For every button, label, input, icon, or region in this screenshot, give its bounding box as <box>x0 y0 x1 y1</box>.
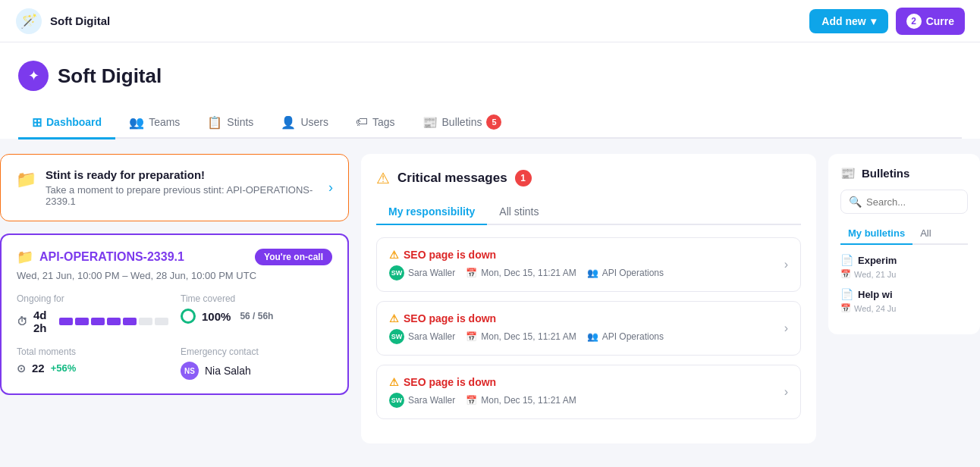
current-label: Curre <box>926 15 954 27</box>
meta-author-3: SW Sara Waller <box>389 393 455 408</box>
tab-stints[interactable]: 📋 Stints <box>193 107 267 139</box>
tab-dashboard[interactable]: ⊞ Dashboard <box>18 107 115 139</box>
left-column: 📁 Stint is ready for preparation! Take a… <box>0 154 349 443</box>
critical-messages-card: ⚠ Critical messages 1 My responsibility … <box>361 154 816 443</box>
progress-seg-7 <box>155 318 168 325</box>
sub-tab-all-stints[interactable]: All stints <box>487 199 551 225</box>
circle-progress-icon <box>181 309 196 324</box>
message-item-2[interactable]: ⚠ SEO page is down SW Sara Waller 📅 Mo <box>376 301 801 356</box>
nav-tabs: ⊞ Dashboard 👥 Teams 📋 Stints 👤 Users 🏷 T… <box>18 106 962 139</box>
all-bulletins-label: All <box>920 227 931 239</box>
search-input[interactable] <box>866 196 960 208</box>
ongoing-value: ⏱ 4d 2h <box>17 309 168 334</box>
center-column: ⚠ Critical messages 1 My responsibility … <box>361 154 816 443</box>
author-name-3: Sara Waller <box>408 395 455 406</box>
message-meta-2: SW Sara Waller 📅 Mon, Dec 15, 11:21 AM 👥… <box>389 329 664 344</box>
tab-teams[interactable]: 👥 Teams <box>115 107 193 139</box>
total-moments-stat: Total moments ⊙ 22 +56% <box>17 346 168 380</box>
team-icon-1: 👥 <box>587 268 598 278</box>
bulletins-tab-my[interactable]: My bulletins <box>840 223 912 245</box>
bulletins-icon: 📰 <box>840 166 856 180</box>
progress-seg-6 <box>139 318 152 325</box>
stint-stats: Ongoing for ⏱ 4d 2h <box>17 293 332 380</box>
emergency-label: Emergency contact <box>181 346 332 357</box>
ongoing-stat: Ongoing for ⏱ 4d 2h <box>17 293 168 334</box>
bulletin-item-2[interactable]: 📄 Help wi 📅 Wed, 24 Ju <box>840 288 968 313</box>
bulletins-badge: 5 <box>486 114 501 130</box>
contact-avatar: NS <box>181 362 199 380</box>
msg-warn-icon-3: ⚠ <box>389 376 399 388</box>
message-left-2: ⚠ SEO page is down SW Sara Waller 📅 Mo <box>389 312 664 344</box>
bulletins-search-box[interactable]: 🔍 <box>840 190 968 214</box>
tab-tags[interactable]: 🏷 Tags <box>342 107 409 139</box>
message-item-3[interactable]: ⚠ SEO page is down SW Sara Waller 📅 Mo <box>376 365 801 419</box>
time-covered-label: Time covered <box>181 293 332 304</box>
message-left-3: ⚠ SEO page is down SW Sara Waller 📅 Mo <box>389 376 576 408</box>
my-responsibility-label: My responsibility <box>388 205 475 218</box>
message-arrow-3: › <box>784 385 788 399</box>
meta-date-3: 📅 Mon, Dec 15, 11:21 AM <box>466 395 576 406</box>
page-icon: ✦ <box>18 61 49 91</box>
tab-stints-label: Stints <box>227 116 253 128</box>
clock-icon: ⏱ <box>17 315 27 328</box>
progress-bar <box>59 318 168 325</box>
stint-card: 📁 API-OPERATIONS-2339.1 You're on-call W… <box>0 234 349 395</box>
current-button[interactable]: 2 Curre <box>896 8 965 35</box>
bulletins-title: Bulletins <box>862 167 909 180</box>
tab-users[interactable]: 👤 Users <box>267 107 342 139</box>
moments-icon: ⊙ <box>17 362 26 375</box>
calendar-icon-1: 📅 <box>466 268 477 278</box>
preparation-card[interactable]: 📁 Stint is ready for preparation! Take a… <box>0 154 349 221</box>
progress-seg-4 <box>107 318 121 325</box>
stint-title: 📁 API-OPERATIONS-2339.1 <box>17 249 184 265</box>
page-title: Soft Digital <box>58 64 162 88</box>
author-name-1: Sara Waller <box>408 268 455 278</box>
message-date-2: Mon, Dec 15, 11:21 AM <box>481 331 576 342</box>
users-icon: 👤 <box>281 115 296 130</box>
bulletin-item-1[interactable]: 📄 Experim 📅 Wed, 21 Ju <box>840 254 968 279</box>
prep-arrow-icon: › <box>328 180 333 196</box>
teams-icon: 👥 <box>129 115 144 130</box>
progress-seg-2 <box>75 318 89 325</box>
contact-name: Nia Salah <box>205 365 251 377</box>
bulletin-date-2: 📅 Wed, 24 Ju <box>840 303 968 313</box>
ongoing-label: Ongoing for <box>17 293 168 304</box>
bulletin-title-2: 📄 Help wi <box>840 288 968 300</box>
on-call-badge: You're on-call <box>255 249 332 265</box>
critical-sub-tabs: My responsibility All stints <box>376 199 801 225</box>
app-brand-name: Soft Digital <box>50 14 110 27</box>
moments-change: +56% <box>51 362 77 374</box>
time-covered-pct: 100% <box>202 310 231 323</box>
current-badge: 2 <box>906 14 922 29</box>
message-date-1: Mon, Dec 15, 11:21 AM <box>481 268 576 278</box>
stint-header: 📁 API-OPERATIONS-2339.1 You're on-call <box>17 249 332 265</box>
msg-warn-icon-1: ⚠ <box>389 249 399 261</box>
tab-teams-label: Teams <box>149 116 180 128</box>
author-avatar-2: SW <box>389 329 404 344</box>
time-covered-stat: Time covered 100% 56 / 56h <box>181 293 332 334</box>
emergency-contact: NS Nia Salah <box>181 362 332 380</box>
meta-team-1: 👥 API Operations <box>587 268 664 278</box>
message-team-2: API Operations <box>602 331 664 342</box>
bulletin-title-1: 📄 Experim <box>840 254 968 266</box>
team-icon-2: 👥 <box>587 331 598 342</box>
progress-seg-5 <box>123 318 137 325</box>
stints-icon: 📋 <box>207 115 222 130</box>
author-avatar-3: SW <box>389 393 404 408</box>
progress-seg-3 <box>91 318 105 325</box>
right-column: 📰 Bulletins 🔍 My bulletins All � <box>828 154 980 443</box>
total-moments-label: Total moments <box>17 346 168 357</box>
bulletins-sub-tabs: My bulletins All <box>840 223 968 245</box>
message-item-1[interactable]: ⚠ SEO page is down SW Sara Waller 📅 Mo <box>376 237 801 292</box>
total-moments-value: ⊙ 22 +56% <box>17 362 168 375</box>
time-covered-detail: 56 / 56h <box>240 311 273 321</box>
progress-seg-1 <box>59 318 73 325</box>
bulletins-tab-all[interactable]: All <box>912 223 938 245</box>
topbar-left: 🪄 Soft Digital <box>15 8 110 35</box>
sub-tab-my-responsibility[interactable]: My responsibility <box>376 199 487 225</box>
msg-warn-icon-2: ⚠ <box>389 312 399 324</box>
add-new-button[interactable]: Add new ▾ <box>809 9 887 33</box>
tab-bulletins[interactable]: 📰 Bulletins 5 <box>409 107 516 139</box>
bulletins-card: 📰 Bulletins 🔍 My bulletins All � <box>828 154 980 334</box>
author-avatar-1: SW <box>389 265 404 281</box>
